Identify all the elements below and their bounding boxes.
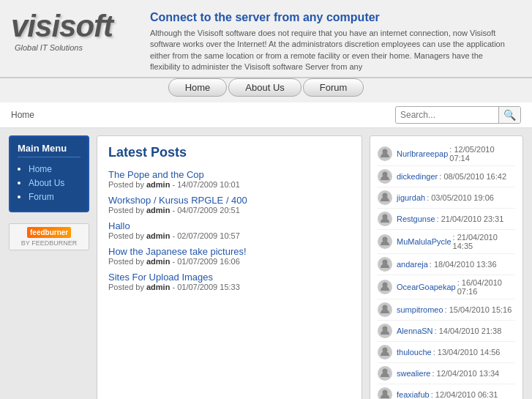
post-meta-4: Posted by admin - 01/07/2009 15:33 xyxy=(108,283,351,291)
users-panel: Nurlbrareepap : 12/05/2010 07:14 dickedi… xyxy=(370,135,523,399)
post-item: Workshop / Kursus RPGLE / 400 Posted by … xyxy=(108,195,351,215)
user-name[interactable]: jigurdah xyxy=(397,193,425,202)
user-name[interactable]: andareja xyxy=(397,260,428,269)
list-item: Home xyxy=(29,163,80,174)
user-name[interactable]: swealiere xyxy=(397,369,430,378)
post-meta-0: Posted by admin - 14/07/2009 10:01 xyxy=(108,180,351,189)
post-item: Hallo Posted by admin - 02/07/2009 10:57 xyxy=(108,220,351,240)
post-author-2: admin xyxy=(146,231,170,240)
user-item: OcearGoapekap : 16/04/2010 07:16 xyxy=(378,275,515,299)
feedburner-logo: feedburner xyxy=(27,227,71,238)
search-box: 🔍 xyxy=(395,106,521,124)
post-link-1[interactable]: Workshop / Kursus RPGLE / 400 xyxy=(108,195,247,206)
nav-bar: Home About Us Forum xyxy=(0,78,532,102)
post-date-1: 04/07/2009 20:51 xyxy=(177,206,240,215)
user-avatar xyxy=(378,324,392,338)
user-avatar xyxy=(378,366,392,381)
user-item: feaxiafub : 12/04/2010 06:31 xyxy=(378,384,515,399)
logo-text: visisoft xyxy=(11,11,143,42)
header-content: Connect to the server from any computer … xyxy=(143,7,521,77)
sidebar-menu-list: Home About Us Forum xyxy=(18,163,80,202)
user-date: : 16/04/2010 07:16 xyxy=(457,278,515,296)
post-meta-1: Posted by admin - 04/07/2009 20:51 xyxy=(108,206,351,215)
user-date: : 15/04/2010 15:16 xyxy=(445,305,512,314)
breadcrumb: Home xyxy=(11,110,34,120)
post-link-4[interactable]: Sites For Upload Images xyxy=(108,272,213,283)
user-item: thulouche : 13/04/2010 14:56 xyxy=(378,342,515,363)
sidebar-menu-title: Main Menu xyxy=(18,143,80,157)
sidebar: Main Menu Home About Us Forum feedburner… xyxy=(9,135,89,399)
user-avatar xyxy=(378,345,392,359)
user-date: : 12/04/2010 13:34 xyxy=(432,369,499,378)
nav-about[interactable]: About Us xyxy=(228,78,301,97)
feedburner-label: BY FEEDBURNER xyxy=(21,239,77,247)
header: visisoft Global IT Solutions Connect to … xyxy=(0,0,532,78)
logo-tagline: Global IT Solutions xyxy=(11,43,143,52)
user-date: : 08/05/2010 16:42 xyxy=(439,172,506,181)
user-name[interactable]: Nurlbrareepap xyxy=(397,149,448,158)
post-link-3[interactable]: How the Japanese take pictures! xyxy=(108,246,247,257)
sidebar-item-home[interactable]: Home xyxy=(29,164,52,174)
user-date: : 21/04/2010 14:35 xyxy=(453,233,515,250)
user-name[interactable]: feaxiafub xyxy=(397,390,430,399)
user-date: : 14/04/2010 21:38 xyxy=(435,327,502,335)
user-item: MuMalulaPycle : 21/04/2010 14:35 xyxy=(378,230,515,254)
post-date-4: 01/07/2009 15:33 xyxy=(177,283,240,291)
user-date: : 13/04/2010 14:56 xyxy=(433,348,501,357)
sidebar-item-forum[interactable]: Forum xyxy=(29,192,54,202)
user-item: Nurlbrareepap : 12/05/2010 07:14 xyxy=(378,142,515,166)
post-date-0: 14/07/2009 10:01 xyxy=(177,180,240,189)
user-date: : 21/04/2010 23:31 xyxy=(437,215,504,223)
user-avatar xyxy=(378,169,392,184)
promo-title: Connect to the server from any computer xyxy=(150,11,514,24)
user-date: : 18/04/2010 13:36 xyxy=(430,260,497,269)
post-author-4: admin xyxy=(146,283,170,291)
user-name[interactable]: OcearGoapekap xyxy=(397,283,456,291)
post-item: Sites For Upload Images Posted by admin … xyxy=(108,272,351,291)
user-avatar xyxy=(378,280,392,294)
user-date: : 12/05/2010 07:14 xyxy=(449,145,515,163)
user-avatar xyxy=(378,190,392,205)
user-date: : 03/05/2010 19:06 xyxy=(427,193,494,202)
user-avatar xyxy=(378,212,392,226)
user-date: : 12/04/2010 06:31 xyxy=(431,390,498,399)
list-item: Forum xyxy=(29,191,80,202)
user-avatar xyxy=(378,234,392,249)
user-avatar xyxy=(378,146,392,161)
user-avatar xyxy=(378,257,392,272)
search-input[interactable] xyxy=(396,108,498,122)
top-bar: Home 🔍 xyxy=(0,102,532,128)
user-item: AlennaSN : 14/04/2010 21:38 xyxy=(378,321,515,342)
feedburner-badge: feedburner BY FEEDBURNER xyxy=(9,223,89,250)
user-name[interactable]: dickedinger xyxy=(397,172,438,181)
post-date-2: 02/07/2009 10:57 xyxy=(177,231,240,240)
post-link-0[interactable]: The Pope and the Cop xyxy=(108,169,204,180)
list-item: About Us xyxy=(29,177,80,188)
user-name[interactable]: MuMalulaPycle xyxy=(397,237,452,246)
user-name[interactable]: Restgunse xyxy=(397,215,435,223)
sidebar-item-about[interactable]: About Us xyxy=(29,178,64,188)
user-item: swealiere : 12/04/2010 13:34 xyxy=(378,363,515,384)
posts-area: Latest Posts The Pope and the Cop Posted… xyxy=(97,135,362,399)
user-avatar xyxy=(378,302,392,317)
logo-area: visisoft Global IT Solutions xyxy=(11,7,143,52)
user-item: andareja : 18/04/2010 13:36 xyxy=(378,254,515,275)
user-name[interactable]: sumpitromeo xyxy=(397,305,443,314)
post-item: How the Japanese take pictures! Posted b… xyxy=(108,246,351,266)
promo-desc: Although the Visisoft software does not … xyxy=(150,28,514,73)
post-meta-3: Posted by admin - 01/07/2009 16:06 xyxy=(108,257,351,266)
sidebar-menu-box: Main Menu Home About Us Forum xyxy=(9,135,89,212)
post-item: The Pope and the Cop Posted by admin - 1… xyxy=(108,169,351,189)
post-meta-2: Posted by admin - 02/07/2009 10:57 xyxy=(108,231,351,240)
user-name[interactable]: thulouche xyxy=(397,348,432,357)
nav-forum[interactable]: Forum xyxy=(303,78,364,97)
posts-title: Latest Posts xyxy=(108,145,351,160)
post-author-1: admin xyxy=(146,206,170,215)
user-item: Restgunse : 21/04/2010 23:31 xyxy=(378,209,515,230)
post-author-0: admin xyxy=(146,180,170,189)
user-name[interactable]: AlennaSN xyxy=(397,327,433,335)
post-date-3: 01/07/2009 16:06 xyxy=(177,257,240,266)
post-link-2[interactable]: Hallo xyxy=(108,220,130,231)
search-button[interactable]: 🔍 xyxy=(498,107,520,123)
nav-home[interactable]: Home xyxy=(168,78,228,97)
